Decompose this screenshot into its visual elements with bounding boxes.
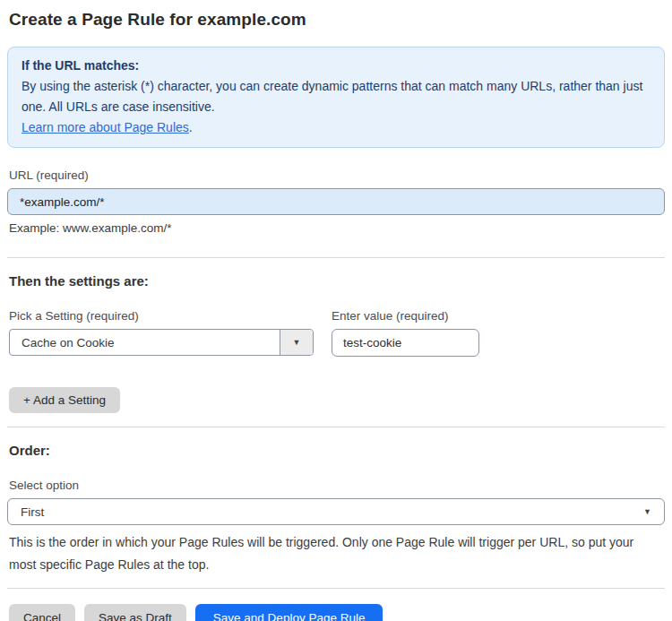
setting-value-input[interactable] — [332, 329, 479, 357]
info-box-body: By using the asterisk (*) character, you… — [22, 76, 650, 117]
divider — [7, 257, 665, 258]
settings-section-heading: Then the settings are: — [9, 273, 663, 289]
order-section-heading: Order: — [9, 443, 663, 458]
url-match-info-box: If the URL matches: By using the asteris… — [7, 47, 665, 148]
page-rule-form: Create a Page Rule for example.com If th… — [0, 0, 672, 621]
order-select-value: First — [21, 505, 44, 519]
page-title: Create a Page Rule for example.com — [9, 10, 663, 30]
save-and-deploy-button[interactable]: Save and Deploy Page Rule — [195, 604, 383, 621]
setting-select-value: Cache on Cookie — [10, 330, 280, 355]
setting-select-arrow-button[interactable]: ▼ — [280, 330, 313, 355]
cancel-button[interactable]: Cancel — [9, 604, 75, 621]
order-select-label: Select option — [9, 479, 663, 492]
divider — [7, 427, 665, 427]
setting-value-column: Enter value (required) — [332, 295, 479, 357]
info-box-heading: If the URL matches: — [22, 56, 650, 76]
divider — [7, 588, 665, 589]
setting-picker-column: Pick a Setting (required) Cache on Cooki… — [9, 289, 314, 356]
learn-more-link[interactable]: Learn more about Page Rules — [22, 120, 189, 134]
setting-select[interactable]: Cache on Cookie ▼ — [9, 329, 314, 356]
setting-picker-label: Pick a Setting (required) — [9, 309, 314, 323]
chevron-down-icon: ▼ — [293, 338, 301, 347]
form-actions: Cancel Save as Draft Save and Deploy Pag… — [9, 604, 663, 621]
order-select[interactable]: First ▼ — [7, 498, 665, 525]
order-help-text: This is the order in which your Page Rul… — [9, 531, 663, 576]
info-box-link-line: Learn more about Page Rules. — [22, 117, 650, 138]
save-as-draft-button[interactable]: Save as Draft — [84, 604, 186, 621]
url-field-label: URL (required) — [9, 168, 663, 182]
url-input[interactable] — [7, 188, 665, 215]
add-setting-button[interactable]: + Add a Setting — [9, 387, 120, 413]
link-period: . — [189, 120, 193, 134]
settings-row: Pick a Setting (required) Cache on Cooki… — [9, 289, 663, 357]
setting-value-label: Enter value (required) — [332, 309, 479, 323]
url-example-text: Example: www.example.com/* — [9, 221, 663, 235]
chevron-down-icon: ▼ — [643, 507, 651, 516]
